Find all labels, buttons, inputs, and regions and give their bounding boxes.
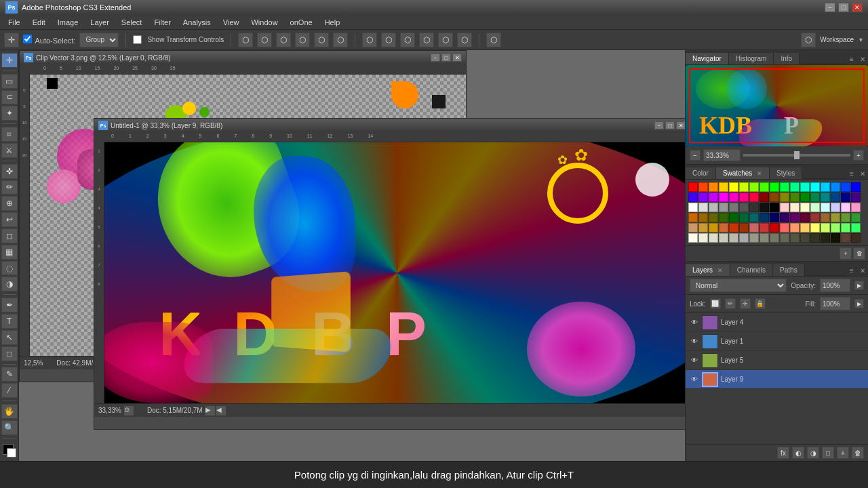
blur-tool[interactable]: ◌ bbox=[1, 261, 18, 276]
align-bottom-icon[interactable]: ⬡ bbox=[333, 33, 348, 47]
auto-align-icon[interactable]: ⬡ bbox=[486, 33, 501, 47]
untitled1-info-btn[interactable]: ▶ bbox=[205, 406, 215, 415]
swatch-cell-2-12[interactable] bbox=[810, 203, 820, 212]
lock-image-btn[interactable]: ✏ bbox=[725, 298, 736, 309]
swatch-cell-0-2[interactable] bbox=[709, 182, 718, 192]
swatch-cell-1-5[interactable] bbox=[739, 192, 749, 202]
pen-tool[interactable]: ✒ bbox=[1, 298, 18, 312]
swatch-cell-1-15[interactable] bbox=[841, 192, 850, 202]
menu-file[interactable]: File bbox=[3, 17, 26, 28]
distribute-middle-v-icon[interactable]: ⬡ bbox=[438, 33, 453, 47]
swatch-cell-2-10[interactable] bbox=[790, 203, 800, 212]
layer-mask-btn[interactable]: ◐ bbox=[792, 447, 804, 459]
swatch-cell-0-9[interactable] bbox=[780, 182, 789, 192]
swatch-cell-3-13[interactable] bbox=[821, 213, 830, 222]
untitled1-nav-btn[interactable]: ◀ bbox=[216, 406, 226, 415]
swatches-tab-close[interactable]: ✕ bbox=[757, 170, 762, 177]
swatch-cell-3-16[interactable] bbox=[851, 213, 861, 222]
lock-all-btn[interactable]: 🔒 bbox=[755, 298, 766, 309]
swatch-cell-0-1[interactable] bbox=[698, 182, 708, 192]
distribute-center-h-icon[interactable]: ⬡ bbox=[381, 33, 396, 47]
swatch-cell-1-13[interactable] bbox=[821, 192, 830, 202]
swatch-cell-4-10[interactable] bbox=[790, 223, 800, 232]
layer-item-1[interactable]: 👁Layer 1 bbox=[686, 332, 868, 351]
tab-navigator[interactable]: Navigator bbox=[686, 53, 729, 64]
swatch-cell-0-5[interactable] bbox=[739, 182, 749, 192]
fill-arrow[interactable]: ▶ bbox=[854, 299, 864, 308]
tab-layers[interactable]: Layers ✕ bbox=[686, 264, 730, 276]
swatch-cell-4-7[interactable] bbox=[760, 223, 769, 232]
swatch-cell-4-5[interactable] bbox=[739, 223, 749, 232]
tab-info[interactable]: Info bbox=[774, 53, 800, 64]
swatch-cell-3-11[interactable] bbox=[800, 213, 810, 222]
swatch-cell-0-7[interactable] bbox=[760, 182, 769, 192]
swatch-cell-0-12[interactable] bbox=[810, 182, 820, 192]
swatch-cell-5-10[interactable] bbox=[790, 233, 800, 243]
menu-layer[interactable]: Layer bbox=[85, 17, 115, 28]
zoom-in-btn[interactable]: + bbox=[853, 150, 864, 161]
maximize-button[interactable]: □ bbox=[838, 3, 849, 12]
layers-panel-menu[interactable]: ≡ bbox=[846, 265, 857, 276]
swatch-cell-4-15[interactable] bbox=[841, 223, 850, 232]
swatch-cell-2-6[interactable] bbox=[749, 203, 759, 212]
clip-vector-minimize[interactable]: − bbox=[431, 54, 440, 62]
menu-window[interactable]: Window bbox=[245, 17, 283, 28]
swatch-cell-0-0[interactable] bbox=[688, 182, 698, 192]
swatches-delete-btn[interactable]: 🗑 bbox=[853, 247, 865, 260]
swatch-cell-3-5[interactable] bbox=[739, 213, 749, 222]
swatch-cell-3-9[interactable] bbox=[780, 213, 789, 222]
gradient-tool[interactable]: ▦ bbox=[1, 245, 18, 260]
swatch-cell-1-3[interactable] bbox=[719, 192, 728, 202]
menu-help[interactable]: Help bbox=[319, 17, 346, 28]
swatch-cell-0-3[interactable] bbox=[719, 182, 728, 192]
swatch-cell-1-10[interactable] bbox=[790, 192, 800, 202]
swatch-cell-4-3[interactable] bbox=[719, 223, 728, 232]
layer-adjustment-btn[interactable]: ◑ bbox=[807, 447, 819, 459]
opacity-input[interactable] bbox=[820, 279, 850, 292]
menu-onone[interactable]: onOne bbox=[285, 17, 318, 28]
swatch-cell-1-12[interactable] bbox=[810, 192, 820, 202]
menu-view[interactable]: View bbox=[218, 17, 245, 28]
zoom-tool[interactable]: 🔍 bbox=[1, 420, 18, 435]
swatch-cell-0-4[interactable] bbox=[729, 182, 738, 192]
tab-paths[interactable]: Paths bbox=[773, 264, 805, 276]
swatch-cell-0-10[interactable] bbox=[790, 182, 800, 192]
swatch-cell-3-12[interactable] bbox=[810, 213, 820, 222]
align-middle-icon[interactable]: ⬡ bbox=[314, 33, 329, 47]
blend-mode-select[interactable]: Normal Multiply Screen bbox=[690, 279, 787, 292]
swatch-cell-5-15[interactable] bbox=[841, 233, 850, 243]
swatch-cell-2-9[interactable] bbox=[780, 203, 789, 212]
swatch-cell-1-6[interactable] bbox=[749, 192, 759, 202]
lock-position-btn[interactable]: ✛ bbox=[740, 298, 751, 309]
layer-visibility-3[interactable]: 👁 bbox=[690, 375, 699, 384]
swatch-cell-0-6[interactable] bbox=[749, 182, 759, 192]
slice-tool[interactable]: ⚔ bbox=[1, 143, 18, 158]
swatch-cell-2-0[interactable] bbox=[688, 203, 698, 212]
layer-item-0[interactable]: 👁Layer 4 bbox=[686, 313, 868, 332]
swatch-cell-2-1[interactable] bbox=[698, 203, 708, 212]
tab-styles[interactable]: Styles bbox=[770, 167, 802, 179]
dodge-tool[interactable]: ◑ bbox=[1, 277, 18, 291]
layer-new-btn[interactable]: + bbox=[837, 447, 849, 459]
swatch-cell-1-9[interactable] bbox=[780, 192, 789, 202]
distribute-bottom-icon[interactable]: ⬡ bbox=[457, 33, 472, 47]
untitled1-minimize[interactable]: − bbox=[654, 121, 664, 129]
swatch-cell-4-8[interactable] bbox=[770, 223, 779, 232]
opacity-arrow[interactable]: ▶ bbox=[854, 281, 864, 290]
swatch-cell-1-8[interactable] bbox=[770, 192, 779, 202]
swatch-cell-0-16[interactable] bbox=[851, 182, 861, 192]
tab-color[interactable]: Color bbox=[686, 167, 716, 179]
swatch-cell-4-1[interactable] bbox=[698, 223, 708, 232]
swatch-cell-0-14[interactable] bbox=[831, 182, 840, 192]
swatch-cell-5-9[interactable] bbox=[780, 233, 789, 243]
menu-edit[interactable]: Edit bbox=[27, 17, 51, 28]
type-tool[interactable]: T bbox=[1, 314, 18, 329]
brush-tool[interactable]: ✏ bbox=[1, 180, 18, 195]
auto-select-checkbox[interactable] bbox=[23, 35, 32, 43]
swatch-cell-3-0[interactable] bbox=[688, 213, 698, 222]
layers-panel-collapse[interactable]: ✕ bbox=[857, 265, 868, 276]
swatch-cell-2-13[interactable] bbox=[821, 203, 830, 212]
workspace-icon[interactable]: ⬡ bbox=[801, 33, 816, 47]
swatch-cell-5-11[interactable] bbox=[800, 233, 810, 243]
swatches-panel-collapse[interactable]: ✕ bbox=[857, 168, 868, 179]
